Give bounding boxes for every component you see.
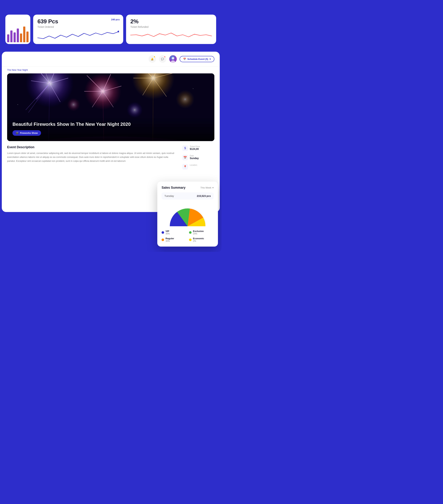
- schedule-event-button[interactable]: 📅 Schedule Event (5) ▾: [180, 56, 214, 62]
- day-row: Tuesday 215,523 pcs: [162, 192, 214, 199]
- bar-chart: [5, 21, 30, 44]
- ticket-ordered-card: 639 Pcs Ticket Ordered 240 pcs: [33, 15, 123, 44]
- week-selector[interactable]: This Week ▾: [200, 186, 214, 189]
- price-meta: $ Ticket Price $124,00: [182, 145, 214, 151]
- bar-2: [10, 31, 13, 42]
- notification-dot-1: [154, 56, 155, 58]
- bar-5: [20, 34, 22, 42]
- legend-economic: Economic 2%: [189, 237, 214, 242]
- vip-label: VIP: [166, 230, 170, 233]
- price-value: $124,00: [190, 147, 200, 150]
- exclusive-label: Exclusive: [193, 230, 204, 233]
- event-meta: $ Ticket Price $124,00 📅 Date Sunday 📍: [182, 145, 214, 170]
- refund-sparkline: [130, 30, 212, 40]
- vip-pct: 30%: [166, 233, 170, 235]
- location-meta: 📍 Location: [182, 164, 214, 170]
- date-value: Sunday: [190, 157, 199, 160]
- notification-dot-2: [164, 56, 166, 58]
- date-label: Date: [190, 155, 199, 157]
- event-description-text: Lorem ipsum dolor sit amet, consectetur …: [7, 151, 177, 163]
- event-description-title: Event Description: [7, 145, 177, 149]
- ticket-ordered-value: 639 Pcs: [38, 18, 119, 25]
- economic-label: Economic: [193, 237, 204, 240]
- reguler-pct: 30%: [166, 240, 174, 242]
- economic-dot: [189, 238, 192, 241]
- message-button[interactable]: 💬: [159, 55, 166, 63]
- event-description-section: Event Description Lorem ipsum dolor sit …: [7, 145, 177, 170]
- vip-dot: [162, 231, 164, 234]
- sales-summary-card: Sales Summary This Week ▾ Tuesday 215,52…: [157, 181, 218, 247]
- sales-header: Sales Summary This Week ▾: [162, 186, 214, 190]
- date-meta: 📅 Date Sunday: [182, 155, 214, 160]
- reguler-label: Reguler: [166, 237, 174, 240]
- ticket-refunded-card: 2% Ticket Refunded: [126, 15, 216, 44]
- pie-chart: [170, 203, 205, 226]
- price-label: Ticket Price: [190, 145, 200, 147]
- legend-vip: VIP 30%: [162, 230, 186, 235]
- bar-7: [26, 32, 29, 42]
- calendar-meta-icon: 📅: [182, 155, 188, 160]
- svg-point-2: [172, 57, 174, 59]
- chevron-down-icon: ▾: [210, 58, 211, 60]
- fireworks-background: Beautiful Fireworks Show In The New Year…: [7, 73, 214, 141]
- film-icon: 🎬: [16, 132, 19, 134]
- day-value: 215,523 pcs: [197, 195, 211, 198]
- banner-title: Beautiful Fireworks Show In The New Year…: [13, 121, 209, 127]
- svg-point-31: [67, 98, 80, 111]
- bar-4: [17, 29, 19, 42]
- notification-button[interactable]: 🔔: [149, 55, 156, 63]
- sales-title: Sales Summary: [162, 186, 186, 190]
- bell-icon: 🔔: [151, 58, 154, 60]
- event-banner: Beautiful Fireworks Show In The New Year…: [7, 73, 214, 141]
- day-name: Tuesday: [164, 195, 174, 198]
- location-label: Location: [190, 164, 197, 166]
- pie-chart-container: [162, 203, 214, 226]
- exclusive-dot: [189, 231, 192, 234]
- main-header: 🔔 💬 📅 Schedule Event (5): [2, 52, 220, 66]
- location-icon: 📍: [182, 164, 188, 170]
- exclusive-pct: 24%: [193, 233, 204, 235]
- week-selector-label: This Week: [200, 186, 211, 189]
- ticket-ordered-label: Ticket Ordered: [38, 25, 119, 28]
- economic-pct: 2%: [193, 240, 204, 242]
- top-cards-row: 639 Pcs Ticket Ordered 240 pcs 2% Ticket…: [5, 15, 216, 44]
- bar-3: [14, 32, 16, 42]
- event-content: Beautiful Fireworks Show In The New Year…: [2, 73, 220, 175]
- ticket-sparkline: [38, 30, 119, 40]
- legend-exclusive: Exclusive 24%: [189, 230, 214, 235]
- bar-1: [7, 34, 9, 42]
- legend-grid: VIP 30% Exclusive 24% Reguler 30% Econom…: [162, 230, 214, 242]
- banner-overlay: Beautiful Fireworks Show In The New Year…: [7, 116, 214, 141]
- avatar: [169, 55, 177, 63]
- category-label: Fireworks Show: [20, 132, 38, 134]
- bar-6: [23, 27, 25, 42]
- legend-reguler: Reguler 30%: [162, 237, 186, 242]
- dollar-icon: $: [182, 145, 188, 151]
- svg-point-45: [193, 88, 193, 89]
- bar-chart-card: [5, 15, 30, 44]
- svg-point-32: [176, 90, 194, 108]
- event-details: Event Description Lorem ipsum dolor sit …: [7, 145, 214, 170]
- breadcrumb: The New Year Night: [2, 66, 220, 73]
- category-tag[interactable]: 🎬 Fireworks Show: [13, 130, 41, 136]
- ticket-refunded-label: Ticket Refunded: [130, 25, 212, 28]
- calendar-icon: 📅: [183, 58, 186, 60]
- reguler-dot: [162, 238, 164, 241]
- ticket-refunded-value: 2%: [130, 18, 212, 25]
- svg-point-46: [18, 104, 18, 105]
- chevron-down-icon: ▾: [212, 186, 214, 189]
- schedule-btn-label: Schedule Event (5): [187, 58, 208, 60]
- svg-point-30: [127, 102, 142, 118]
- chat-icon: 💬: [161, 58, 164, 60]
- ticket-ordered-badge: 240 pcs: [111, 18, 120, 21]
